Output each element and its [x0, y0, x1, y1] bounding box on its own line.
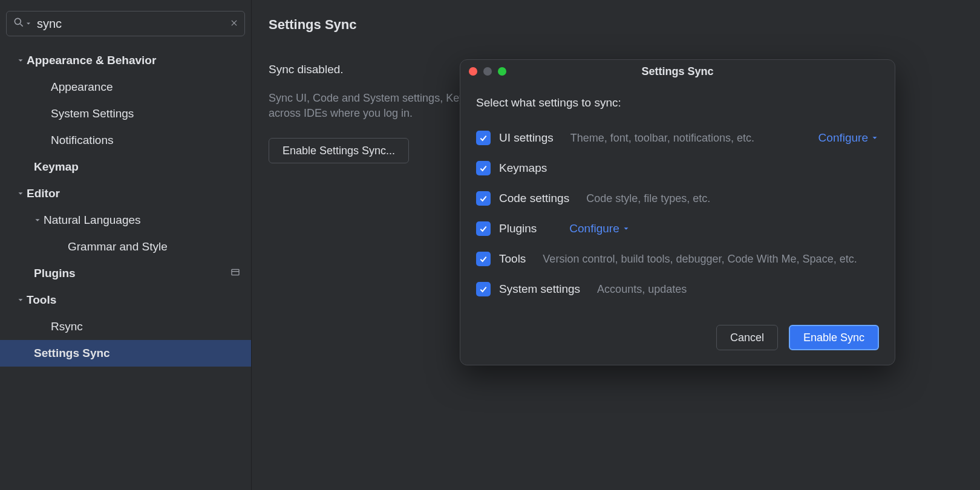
tree-item-tools[interactable]: Tools: [0, 287, 251, 313]
option-hint: Accounts, updates: [597, 283, 687, 296]
window-icon: [230, 267, 240, 280]
tree-label: Tools: [27, 293, 56, 307]
option-label: Plugins: [499, 222, 537, 235]
tree-item-rsync[interactable]: Rsync: [0, 313, 251, 340]
chevron-down-icon[interactable]: [25, 18, 32, 30]
search-icon: [13, 16, 25, 31]
page-title: Settings Sync: [269, 17, 963, 33]
enable-sync-button[interactable]: Enable Sync: [789, 325, 879, 350]
option-hint: Code style, file types, etc.: [586, 192, 710, 205]
search-container: [0, 0, 251, 42]
tree-item-grammar-style[interactable]: Grammar and Style: [0, 234, 251, 260]
chevron-down-icon: [15, 296, 27, 304]
option-tools: Tools Version control, build tools, debu…: [476, 244, 879, 274]
window-controls: [469, 67, 506, 76]
option-ui-settings: UI settings Theme, font, toolbar, notifi…: [476, 123, 879, 153]
search-input[interactable]: [32, 17, 230, 31]
option-code-settings: Code settings Code style, file types, et…: [476, 183, 879, 214]
chevron-down-icon: [31, 216, 44, 224]
option-label: System settings: [499, 283, 580, 296]
dialog-actions: Cancel Enable Sync: [460, 318, 895, 365]
option-hint: Theme, font, toolbar, notifications, etc…: [570, 132, 754, 145]
chevron-down-icon: [15, 56, 27, 65]
tree-item-appearance-behavior[interactable]: Appearance & Behavior: [0, 47, 251, 74]
dialog-title: Settings Sync: [641, 65, 713, 78]
svg-point-0: [15, 18, 21, 24]
option-hint: Version control, build tools, debugger, …: [543, 253, 857, 266]
settings-sidebar: Appearance & Behavior Appearance System …: [0, 0, 252, 490]
checkbox-ui-settings[interactable]: [476, 131, 491, 145]
option-label: Keymaps: [499, 162, 547, 175]
tree-label: Keymap: [34, 160, 79, 174]
checkbox-system-settings[interactable]: [476, 282, 491, 296]
settings-tree: Appearance & Behavior Appearance System …: [0, 42, 251, 367]
clear-icon[interactable]: [230, 18, 238, 30]
tree-item-system-settings[interactable]: System Settings: [0, 100, 251, 127]
tree-label: Appearance: [51, 80, 113, 94]
minimize-window-icon[interactable]: [483, 67, 492, 76]
tree-label: Appearance & Behavior: [27, 54, 156, 67]
tree-item-settings-sync[interactable]: Settings Sync: [0, 340, 251, 367]
tree-label: Settings Sync: [34, 347, 110, 360]
option-label: Code settings: [499, 192, 569, 205]
tree-label: Editor: [27, 187, 60, 200]
dialog-body: Select what settings to sync: UI setting…: [460, 83, 895, 318]
dialog-prompt: Select what settings to sync:: [476, 96, 879, 109]
enable-settings-sync-button[interactable]: Enable Settings Sync...: [269, 138, 409, 163]
settings-sync-dialog: Settings Sync Select what settings to sy…: [460, 59, 895, 365]
tree-item-keymap[interactable]: Keymap: [0, 154, 251, 180]
tree-item-plugins[interactable]: Plugins: [0, 260, 251, 287]
option-label: UI settings: [499, 131, 554, 145]
tree-item-notifications[interactable]: Notifications: [0, 127, 251, 154]
option-keymaps: Keymaps: [476, 153, 879, 183]
svg-line-1: [21, 24, 23, 26]
checkbox-tools[interactable]: [476, 252, 491, 266]
configure-ui-settings-link[interactable]: Configure: [818, 131, 879, 145]
option-system-settings: System settings Accounts, updates: [476, 274, 879, 304]
cancel-button[interactable]: Cancel: [716, 325, 778, 350]
checkbox-keymaps[interactable]: [476, 161, 491, 175]
tree-item-appearance[interactable]: Appearance: [0, 74, 251, 100]
svg-rect-4: [232, 269, 239, 275]
tree-label: Rsync: [51, 320, 83, 333]
configure-plugins-link[interactable]: Configure: [569, 222, 630, 235]
dialog-titlebar: Settings Sync: [460, 60, 895, 83]
chevron-down-icon: [15, 189, 27, 198]
close-window-icon[interactable]: [469, 67, 477, 76]
tree-item-editor[interactable]: Editor: [0, 180, 251, 207]
tree-label: Grammar and Style: [68, 240, 168, 253]
zoom-window-icon[interactable]: [498, 67, 506, 76]
search-box[interactable]: [6, 11, 245, 36]
tree-label: Notifications: [51, 134, 114, 147]
tree-label: Plugins: [34, 267, 76, 280]
tree-label: Natural Languages: [44, 214, 141, 227]
option-label: Tools: [499, 252, 526, 266]
option-plugins: Plugins Configure: [476, 214, 879, 244]
checkbox-code-settings[interactable]: [476, 191, 491, 206]
checkbox-plugins[interactable]: [476, 221, 491, 236]
tree-item-natural-languages[interactable]: Natural Languages: [0, 207, 251, 234]
tree-label: System Settings: [51, 107, 134, 120]
